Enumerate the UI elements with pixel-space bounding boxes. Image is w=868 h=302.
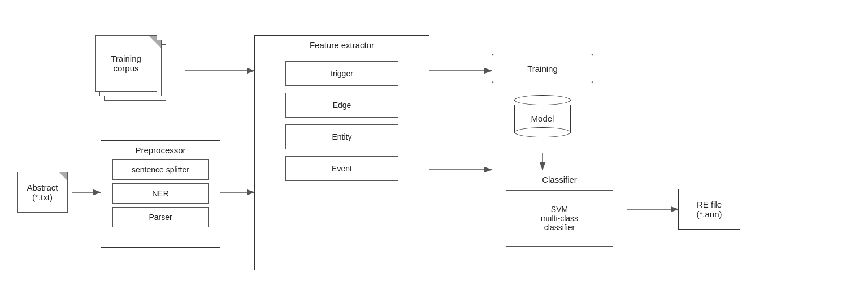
training-box: Training bbox=[492, 54, 593, 83]
abstract-label: Abstract (*.txt) bbox=[27, 183, 58, 202]
doc-fold-front bbox=[149, 36, 157, 44]
parser-box: Parser bbox=[112, 207, 209, 227]
cylinder-body: Model bbox=[514, 105, 571, 133]
training-corpus-label: Training corpus bbox=[111, 54, 141, 73]
preprocessor-box: Preprocessor sentence splitter NER Parse… bbox=[101, 140, 220, 248]
ner-box: NER bbox=[112, 183, 209, 204]
edge-box: Edge bbox=[285, 93, 398, 118]
entity-box: Entity bbox=[285, 124, 398, 149]
feature-extractor-title: Feature extractor bbox=[310, 40, 374, 50]
trigger-box: trigger bbox=[285, 61, 398, 86]
classifier-title: Classifier bbox=[542, 175, 577, 184]
re-file-box: RE file (*.ann) bbox=[678, 189, 740, 230]
diagram: Training corpus Abstract (*.txt) Preproc… bbox=[0, 0, 868, 302]
doc-page-front: Training corpus bbox=[95, 35, 157, 92]
model-cylinder: Model bbox=[514, 95, 571, 133]
cylinder-top bbox=[514, 95, 571, 105]
preprocessor-title: Preprocessor bbox=[135, 145, 185, 155]
feature-extractor-box: Feature extractor trigger Edge Entity Ev… bbox=[254, 35, 429, 270]
abstract-fold bbox=[59, 172, 67, 180]
cylinder-bottom bbox=[514, 127, 571, 137]
classifier-box: Classifier SVM multi-class classifier bbox=[492, 170, 627, 260]
sentence-splitter-box: sentence splitter bbox=[112, 159, 209, 180]
re-file-label: RE file (*.ann) bbox=[696, 200, 722, 219]
event-box: Event bbox=[285, 156, 398, 181]
abstract-box: Abstract (*.txt) bbox=[17, 172, 68, 213]
training-corpus-stack: Training corpus bbox=[95, 35, 167, 102]
svm-box: SVM multi-class classifier bbox=[506, 190, 613, 247]
